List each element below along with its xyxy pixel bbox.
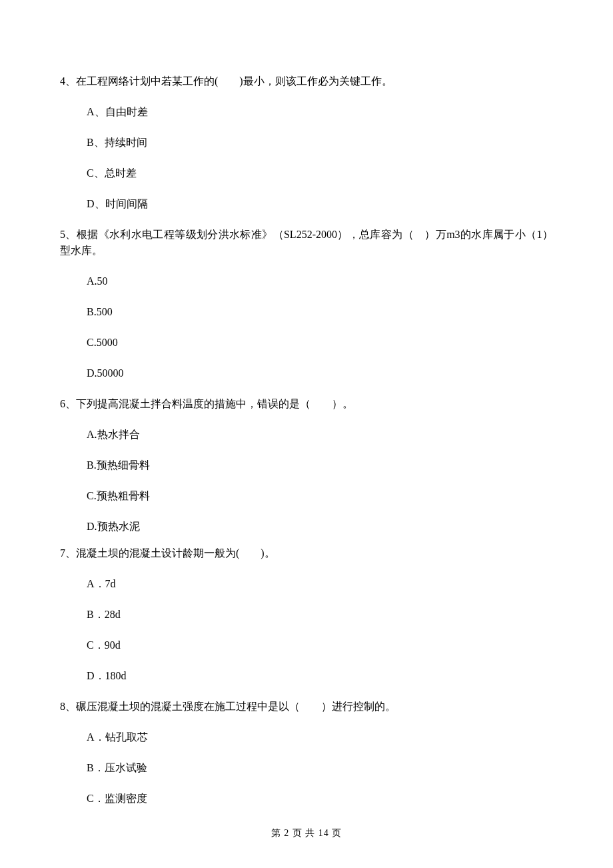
question-5-option-b: B.500 xyxy=(87,304,553,320)
question-6-option-a: A.热水拌合 xyxy=(87,427,553,443)
question-4-option-c: C、总时差 xyxy=(87,165,553,181)
question-4-option-d: D、时间间隔 xyxy=(87,196,553,212)
question-6-stem: 6、下列提高混凝土拌合料温度的措施中，错误的是（ ）。 xyxy=(60,396,553,412)
question-7-option-c: C．90d xyxy=(87,637,553,653)
question-5-option-c: C.5000 xyxy=(87,335,553,351)
question-7-option-b: B．28d xyxy=(87,607,553,623)
page-footer: 第 2 页 共 14 页 xyxy=(0,826,613,840)
question-7-option-d: D．180d xyxy=(87,668,553,684)
question-4-option-a: A、自由时差 xyxy=(87,104,553,120)
question-7-option-a: A．7d xyxy=(87,576,553,592)
question-5-option-a: A.50 xyxy=(87,273,553,289)
document-page: 4、在工程网络计划中若某工作的( )最小，则该工作必为关键工作。 A、自由时差 … xyxy=(0,0,613,868)
question-4-option-b: B、持续时间 xyxy=(87,135,553,151)
question-5-option-d: D.50000 xyxy=(87,365,553,381)
question-8-option-c: C．监测密度 xyxy=(87,791,553,807)
question-8-option-a: A．钻孔取芯 xyxy=(87,729,553,745)
question-8-stem: 8、碾压混凝土坝的混凝土强度在施工过程中是以（ ）进行控制的。 xyxy=(60,699,553,715)
question-6-option-b: B.预热细骨料 xyxy=(87,457,553,473)
question-8-option-b: B．压水试验 xyxy=(87,760,553,776)
question-6-option-c: C.预热粗骨料 xyxy=(87,488,553,504)
question-4-stem: 4、在工程网络计划中若某工作的( )最小，则该工作必为关键工作。 xyxy=(60,73,553,89)
question-6-option-d: D.预热水泥 xyxy=(87,519,553,535)
question-5-stem: 5、根据《水利水电工程等级划分洪水标准》（SL252-2000），总库容为（ ）… xyxy=(60,227,553,259)
question-7-stem: 7、混凝土坝的混凝土设计龄期一般为( )。 xyxy=(60,545,553,561)
